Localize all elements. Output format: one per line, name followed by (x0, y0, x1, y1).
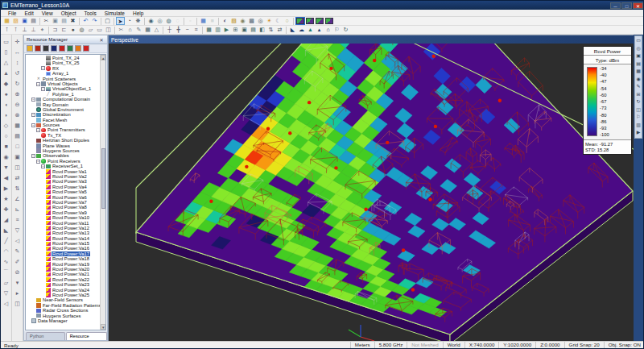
mirror-h-icon[interactable]: ⇄ (13, 172, 23, 183)
print-icon[interactable]: ▤ (29, 17, 38, 25)
remove-node-icon[interactable]: ⊖ (13, 99, 23, 110)
rm-domain-icon[interactable] (51, 45, 57, 52)
rx-set-icon[interactable]: ⊥ (29, 26, 38, 34)
expand-collapse-icon[interactable]: − (41, 164, 45, 168)
frame-icon[interactable]: □ (13, 141, 23, 152)
swap-vertical-icon[interactable]: ⇅ (266, 26, 275, 34)
rm-material-icon[interactable] (75, 45, 81, 52)
pan-horizontal-icon[interactable]: ↔ (13, 47, 23, 57)
expand-collapse-icon[interactable]: − (36, 160, 40, 164)
resource-manager-header[interactable]: Resource Manager ✕ (24, 35, 107, 44)
ramp-right-icon[interactable]: ◢ (2, 214, 11, 225)
sphere-shape-icon[interactable]: ● (2, 89, 11, 99)
lamp-icon[interactable]: ◉ (238, 17, 247, 25)
disc-shape-icon[interactable]: ◉ (2, 152, 11, 162)
open-folder-icon[interactable]: ▨ (11, 17, 20, 25)
split-view-icon[interactable]: ◫ (13, 162, 23, 172)
atmosphere-icon[interactable]: ☁ (297, 26, 306, 34)
expand-collapse-icon[interactable]: − (41, 87, 45, 91)
camera-icon[interactable]: ◎ (256, 17, 265, 25)
add-node-icon[interactable]: ⊕ (13, 89, 23, 99)
revolve-icon[interactable]: ⊏ (60, 26, 68, 34)
mirror-v-icon[interactable]: ⇅ (13, 183, 23, 193)
menu-item-edit[interactable]: Edit (20, 10, 37, 17)
ellipsoid-tool-icon[interactable]: ◍ (77, 26, 86, 34)
scroll-down-icon[interactable]: ▼ (101, 324, 105, 330)
rm-import-icon[interactable] (35, 45, 41, 52)
flip-left-icon[interactable]: ◁ (13, 235, 23, 246)
rm-scene-icon[interactable] (43, 45, 49, 52)
halfdisc-right-icon[interactable]: ◗ (2, 110, 11, 120)
flip-down-icon[interactable]: ▽ (13, 225, 23, 235)
urban-icon[interactable]: ▴ (315, 26, 324, 34)
grid-fill-icon[interactable]: ▣ (240, 26, 249, 34)
rhombus-shape-icon[interactable]: ◇ (2, 120, 11, 131)
solid-frame-icon[interactable]: ▣ (13, 152, 23, 162)
grid-table-icon[interactable]: ▦ (199, 17, 208, 25)
light-icon[interactable]: ◐ (221, 17, 229, 25)
cut-icon[interactable]: ✂ (42, 17, 51, 25)
prohibit-icon[interactable]: ⊘ (13, 267, 23, 277)
expand-icon[interactable]: ▸ (13, 288, 23, 298)
expand-collapse-icon[interactable]: − (31, 154, 35, 158)
building-icon[interactable]: ⌂ (324, 26, 332, 34)
annotate-icon[interactable]: ✎ (634, 83, 642, 91)
flag-view-icon[interactable]: ⚐ (634, 114, 642, 122)
cross-shape-icon[interactable]: ✚ (2, 204, 11, 214)
scrollbar-thumb[interactable] (101, 148, 105, 209)
layers-panel-icon[interactable]: ▤ (634, 60, 642, 69)
expand-collapse-icon[interactable]: − (41, 66, 45, 70)
zoom-out-icon[interactable]: ◎ (155, 17, 164, 25)
expand-collapse-icon[interactable]: − (31, 98, 35, 102)
material-icon[interactable]: ▩ (247, 17, 256, 25)
triangle-icon[interactable]: △ (152, 26, 161, 34)
record-icon[interactable]: ◉ (634, 76, 642, 84)
grid-rows-icon[interactable]: ▤ (249, 26, 258, 34)
tree-scrollbar[interactable]: ▲ ▼ (100, 55, 105, 330)
foliage-icon[interactable]: ▲ (306, 26, 315, 34)
menu-item-simulate[interactable]: Simulate (101, 10, 129, 17)
wedge-right-icon[interactable]: ▶ (2, 183, 11, 193)
plate-shape-icon[interactable]: ▯ (2, 47, 11, 57)
rm-observable-icon[interactable] (67, 45, 73, 52)
home-view-icon[interactable]: ⌂ (126, 26, 134, 34)
rotate-ccw-icon[interactable]: ↺ (13, 68, 23, 78)
mesh-grid-icon[interactable]: ▦ (13, 120, 23, 131)
list-tool-icon[interactable]: ≡ (13, 214, 23, 225)
tri-left-icon[interactable]: ◁ (2, 298, 11, 309)
cut-plane-icon[interactable]: ✂ (117, 26, 126, 34)
tree-item[interactable]: Data Manager (27, 318, 99, 323)
tri-down-icon[interactable]: ▽ (2, 288, 11, 298)
redo-icon[interactable]: ↷ (90, 17, 99, 25)
arc-shape-icon[interactable]: ◠ (2, 246, 11, 256)
intersect-icon[interactable]: ⊗ (13, 110, 23, 120)
halfdisc-left-icon[interactable]: ◖ (2, 99, 11, 110)
add-view-icon[interactable]: ⊞ (634, 91, 642, 99)
display-icon[interactable]: ▢ (103, 17, 112, 25)
move-tool-icon[interactable]: ✛ (13, 36, 23, 47)
grid-view-icon[interactable]: ▥ (213, 26, 222, 34)
diamond-shape-icon[interactable]: ◆ (2, 78, 11, 89)
grid-add-icon[interactable]: ⊞ (231, 26, 240, 34)
select-cursor-icon[interactable]: ➤ (116, 17, 125, 25)
line-icon[interactable]: − (183, 26, 192, 34)
orbit-icon[interactable]: ◔ (125, 17, 134, 25)
minimize-button[interactable]: ─ (610, 2, 621, 9)
menu-item-help[interactable]: Help (129, 10, 147, 17)
paste-icon[interactable]: ▤ (60, 17, 68, 25)
rm-disable-icon[interactable] (83, 45, 89, 52)
rm-source-icon[interactable] (59, 45, 65, 52)
refresh-view-icon[interactable]: ↻ (634, 98, 642, 106)
right-angle-icon[interactable]: ⊾ (13, 204, 23, 214)
close-button[interactable]: ✕ (633, 2, 643, 9)
view-panel-icon[interactable]: ▭ (634, 37, 642, 45)
view-layout-3-icon[interactable] (316, 18, 324, 24)
dimension-icon[interactable]: ╋ (174, 26, 183, 34)
triangle-shape-icon[interactable]: △ (2, 57, 11, 68)
view-layout-4-icon[interactable] (325, 18, 333, 24)
pan-vertical-icon[interactable]: ↕ (13, 57, 23, 68)
menu-item-view[interactable]: View (38, 10, 57, 17)
snapshot-icon[interactable]: ▣ (634, 52, 642, 60)
line-shape-icon[interactable]: ╱ (2, 235, 11, 246)
pen-tool-icon[interactable]: ✐ (13, 256, 23, 267)
